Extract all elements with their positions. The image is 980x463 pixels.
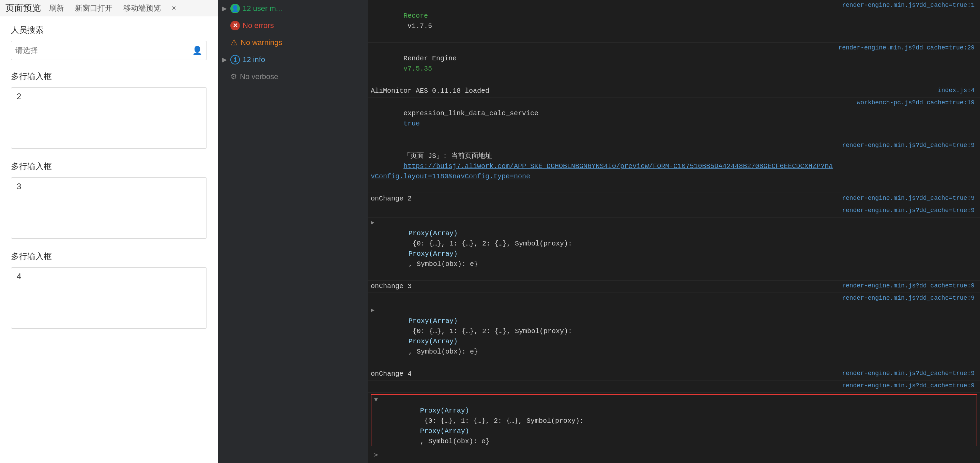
close-button[interactable]: × bbox=[169, 2, 179, 14]
gear-icon: ⚙ bbox=[230, 72, 237, 81]
console-text-proxy2: Proxy(Array) {0: {…}, 1: {…}, 2: {…}, Sy… bbox=[376, 218, 975, 279]
devtools-row-user[interactable]: ▶ 👤 12 user m... bbox=[218, 0, 368, 17]
console-source-blank3: render-engine.min.js?dd_cache=true:9 bbox=[837, 381, 975, 390]
console-prompt: > bbox=[368, 446, 980, 463]
no-warnings-label: No warnings bbox=[240, 38, 364, 47]
devtools-row-verbose[interactable]: ⚙ No verbose bbox=[218, 68, 368, 85]
console-text-expression: expression_link_data_calc_service true bbox=[371, 98, 851, 139]
console-line-expression: expression_link_data_calc_service true w… bbox=[368, 97, 980, 140]
console-source-blank1: render-engine.min.js?dd_cache=true:9 bbox=[837, 206, 975, 215]
console-line-onchange4: onChange 4 render-engine.min.js?dd_cache… bbox=[368, 368, 980, 380]
console-text-render-engine: Render Engine v7.5.35 bbox=[371, 43, 833, 84]
console-source-expression: workbench-pc.js?dd_cache=true:19 bbox=[851, 98, 975, 107]
person-search-label: 人员搜索 bbox=[11, 24, 207, 35]
textarea-1[interactable]: 2 bbox=[11, 87, 207, 148]
console-text-proxy3: Proxy(Array) {0: {…}, 1: {…}, 2: {…}, Sy… bbox=[376, 306, 975, 367]
console-text-recore: Recore v1.7.5 bbox=[371, 1, 837, 42]
expand-icon-proxy4[interactable]: ▼ bbox=[374, 396, 378, 405]
console-source-onchange2: render-engine.min.js?dd_cache=true:9 bbox=[837, 194, 975, 203]
console-source-alimonitor: index.js:4 bbox=[932, 86, 975, 95]
console-text-onchange3: onChange 3 bbox=[371, 281, 837, 292]
highlighted-proxy-block: ▼ Proxy(Array) {0: {…}, 1: {…}, 2: {…}, … bbox=[371, 394, 977, 446]
textarea-label-2: 多行输入框 bbox=[11, 161, 207, 172]
person-search-row: 👤 bbox=[11, 41, 207, 60]
expand-arrow-info: ▶ bbox=[222, 56, 228, 64]
console-content: Recore v1.7.5 render-engine.min.js?dd_ca… bbox=[368, 0, 980, 446]
new-window-button[interactable]: 新窗口打开 bbox=[72, 2, 115, 15]
console-line-blank3: render-engine.min.js?dd_cache=true:9 bbox=[368, 380, 980, 393]
page-title: 页面预览 bbox=[5, 2, 41, 14]
mobile-preview-button[interactable]: 移动端预览 bbox=[121, 2, 164, 15]
console-line-blank1: render-engine.min.js?dd_cache=true:9 bbox=[368, 205, 980, 217]
textarea-3[interactable]: 4 bbox=[11, 267, 207, 329]
left-toolbar: 页面预览 刷新 新窗口打开 移动端预览 × bbox=[0, 0, 218, 16]
textarea-label-1: 多行输入框 bbox=[11, 71, 207, 82]
devtools-row-info[interactable]: ▶ ℹ 12 info bbox=[218, 51, 368, 68]
console-text-onchange2: onChange 2 bbox=[371, 194, 837, 204]
person-search-input[interactable] bbox=[15, 46, 192, 55]
devtools-row-warnings[interactable]: ⚠ No warnings bbox=[218, 34, 368, 51]
no-errors-label: No errors bbox=[243, 21, 364, 30]
console-line-alimonitor: AliMonitor AES 0.11.18 loaded index.js:4 bbox=[368, 85, 980, 97]
console-line-proxy2[interactable]: ▶ Proxy(Array) {0: {…}, 1: {…}, 2: {…}, … bbox=[368, 217, 980, 281]
expand-icon-proxy3[interactable]: ▶ bbox=[371, 306, 374, 315]
info-icon: ℹ bbox=[230, 55, 240, 64]
left-panel: 页面预览 刷新 新窗口打开 移动端预览 × 人员搜索 👤 多行输入框 2 多行输… bbox=[0, 0, 218, 463]
prompt-arrow: > bbox=[374, 450, 378, 459]
console-line-proxy4-header[interactable]: ▼ Proxy(Array) {0: {…}, 1: {…}, 2: {…}, … bbox=[371, 395, 977, 446]
console-source-blank2: render-engine.min.js?dd_cache=true:9 bbox=[837, 294, 975, 303]
console-source-onchange3: render-engine.min.js?dd_cache=true:9 bbox=[837, 281, 975, 291]
console-line-onchange3: onChange 3 render-engine.min.js?dd_cache… bbox=[368, 281, 980, 293]
console-text-onchange4: onChange 4 bbox=[371, 369, 837, 379]
console-source-recore: render-engine.min.js?dd_cache=true:1 bbox=[837, 1, 975, 10]
right-panel: Recore v1.7.5 render-engine.min.js?dd_ca… bbox=[368, 0, 980, 463]
devtools-row-errors[interactable]: ✕ No errors bbox=[218, 17, 368, 34]
console-line-render-engine: Render Engine v7.5.35 render-engine.min.… bbox=[368, 43, 980, 85]
no-verbose-label: No verbose bbox=[240, 72, 364, 81]
console-line-recore: Recore v1.7.5 render-engine.min.js?dd_ca… bbox=[368, 0, 980, 43]
console-line-proxy3[interactable]: ▶ Proxy(Array) {0: {…}, 1: {…}, 2: {…}, … bbox=[368, 305, 980, 368]
refresh-button[interactable]: 刷新 bbox=[46, 2, 67, 15]
info-label: 12 info bbox=[243, 55, 364, 64]
no-errors-icon: ✕ bbox=[230, 21, 240, 30]
console-text-proxy4-header: Proxy(Array) {0: {…}, 1: {…}, 2: {…}, Sy… bbox=[379, 396, 971, 446]
expand-icon-proxy2[interactable]: ▶ bbox=[371, 218, 374, 227]
expand-arrow-user: ▶ bbox=[222, 5, 228, 12]
user-label: 12 user m... bbox=[243, 4, 364, 13]
console-text-page-js: 「页面 JS」: 当前页面地址 https://buisj7.aliwork.c… bbox=[371, 141, 837, 192]
console-source-onchange4: render-engine.min.js?dd_cache=true:9 bbox=[837, 369, 975, 378]
console-text-alimonitor: AliMonitor AES 0.11.18 loaded bbox=[371, 86, 932, 96]
page-url-link[interactable]: https://buisj7.aliwork.com/APP_SKE_DGHOB… bbox=[371, 162, 833, 180]
textarea-2[interactable]: 3 bbox=[11, 177, 207, 239]
user-icon: 👤 bbox=[230, 4, 240, 13]
console-line-blank2: render-engine.min.js?dd_cache=true:9 bbox=[368, 293, 980, 305]
left-content: 人员搜索 👤 多行输入框 2 多行输入框 3 多行输入框 4 bbox=[0, 16, 218, 463]
person-search-icon[interactable]: 👤 bbox=[192, 46, 202, 55]
warning-icon: ⚠ bbox=[230, 38, 238, 47]
console-line-onchange2: onChange 2 render-engine.min.js?dd_cache… bbox=[368, 193, 980, 205]
console-source-page-js: render-engine.min.js?dd_cache=true:9 bbox=[837, 141, 975, 150]
console-line-page-js: 「页面 JS」: 当前页面地址 https://buisj7.aliwork.c… bbox=[368, 140, 980, 193]
devtools-sidebar: ▶ 👤 12 user m... ✕ No errors ⚠ No warnin… bbox=[218, 0, 368, 463]
textarea-label-3: 多行输入框 bbox=[11, 251, 207, 262]
console-source-render-engine: render-engine.min.js?dd_cache=true:29 bbox=[833, 43, 975, 53]
